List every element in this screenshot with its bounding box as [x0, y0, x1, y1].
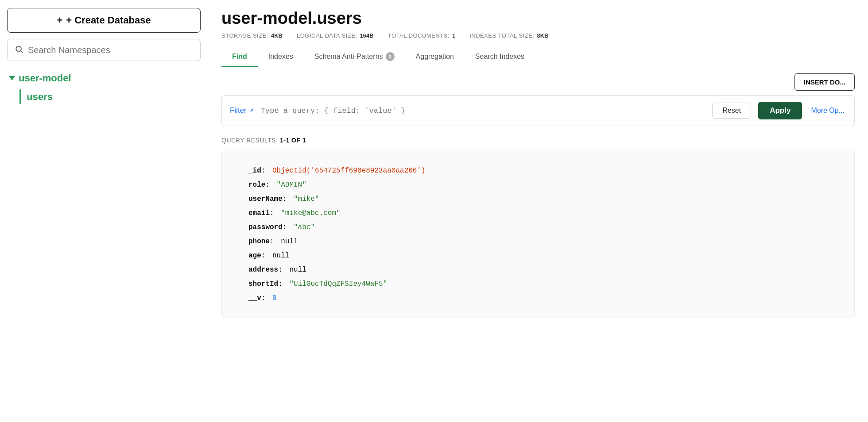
svg-point-0: [16, 46, 21, 51]
more-options-button[interactable]: More Op...: [809, 107, 846, 115]
stats-row: STORAGE SIZE: 4KB LOGICAL DATA SIZE: 164…: [221, 32, 855, 39]
namespace-label: user-model: [19, 73, 71, 84]
active-indicator: [19, 89, 21, 104]
collection-name: users: [27, 91, 53, 103]
external-link-icon: ↗: [249, 107, 254, 114]
query-results-value: 1-1 OF 1: [280, 137, 306, 144]
collection-item-users[interactable]: users: [19, 89, 201, 104]
storage-size-label: STORAGE SIZE:: [221, 32, 268, 39]
search-icon: [15, 45, 23, 55]
filter-query-input[interactable]: [261, 107, 705, 115]
collection-title: user-model.users: [221, 9, 855, 28]
stat-storage-size: STORAGE SIZE: 4KB: [221, 32, 283, 39]
main-scroll-area: INSERT DO... Filter ↗ Reset Apply More O…: [221, 67, 855, 413]
field-id: _id : ObjectId('654725ff690e8923aa0aa266…: [248, 164, 837, 178]
tab-find[interactable]: Find: [221, 47, 258, 67]
tab-schema-anti-patterns[interactable]: Schema Anti-Patterns 0: [304, 47, 405, 67]
tabs-row: Find Indexes Schema Anti-Patterns 0 Aggr…: [221, 47, 855, 67]
stat-logical-data-size: LOGICAL DATA SIZE: 164B: [297, 32, 374, 39]
logical-data-size-value: 164B: [360, 32, 374, 39]
tab-indexes[interactable]: Indexes: [258, 47, 304, 67]
reset-button[interactable]: Reset: [712, 103, 751, 119]
insert-document-button[interactable]: INSERT DO...: [794, 73, 855, 91]
field-address: address : null: [248, 263, 837, 277]
chevron-down-icon: [9, 76, 15, 81]
namespace-group: user-model users: [7, 70, 201, 104]
search-namespaces-wrapper: [7, 39, 201, 61]
filter-bar: Filter ↗ Reset Apply More Op...: [221, 95, 855, 126]
main-content: user-model.users STORAGE SIZE: 4KB LOGIC…: [208, 0, 868, 422]
namespace-header[interactable]: user-model: [7, 70, 201, 87]
filter-link[interactable]: Filter ↗: [230, 106, 254, 115]
field-username: userName : "mike": [248, 192, 837, 206]
field-password: password : "abc": [248, 220, 837, 234]
storage-size-value: 4KB: [271, 32, 283, 39]
indexes-total-size-label: INDEXES TOTAL SIZE:: [469, 32, 534, 39]
field-phone: phone : null: [248, 234, 837, 249]
apply-button[interactable]: Apply: [758, 102, 802, 119]
field-shortid: shortId : "UilGucTdQqZFSIey4WaF5": [248, 277, 837, 291]
total-documents-label: TOTAL DOCUMENTS:: [388, 32, 450, 39]
field-email: email : "mike@abc.com": [248, 206, 837, 220]
document-card: _id : ObjectId('654725ff690e8923aa0aa266…: [221, 151, 855, 318]
svg-line-1: [21, 51, 23, 53]
create-database-button[interactable]: + + Create Database: [7, 8, 201, 33]
schema-anti-patterns-badge: 0: [386, 52, 395, 61]
sidebar: + + Create Database user-model users: [0, 0, 208, 422]
query-results-label: QUERY RESULTS: 1-1 OF 1: [221, 137, 855, 144]
plus-icon: +: [57, 15, 62, 26]
indexes-total-size-value: 8KB: [537, 32, 548, 39]
tab-aggregation[interactable]: Aggregation: [405, 47, 465, 67]
stat-indexes-total-size: INDEXES TOTAL SIZE: 8KB: [469, 32, 548, 39]
create-database-label: + Create Database: [66, 15, 151, 26]
field-role: role : "ADMIN": [248, 178, 837, 192]
collection-list: users: [19, 89, 201, 104]
toolbar-row: INSERT DO...: [221, 67, 855, 95]
field-age: age : null: [248, 249, 837, 263]
field-vv: __v : 0: [248, 291, 837, 305]
search-namespaces-input[interactable]: [28, 45, 193, 55]
stat-total-documents: TOTAL DOCUMENTS: 1: [388, 32, 455, 39]
logical-data-size-label: LOGICAL DATA SIZE:: [297, 32, 357, 39]
tab-search-indexes[interactable]: Search Indexes: [465, 47, 535, 67]
total-documents-value: 1: [452, 32, 455, 39]
